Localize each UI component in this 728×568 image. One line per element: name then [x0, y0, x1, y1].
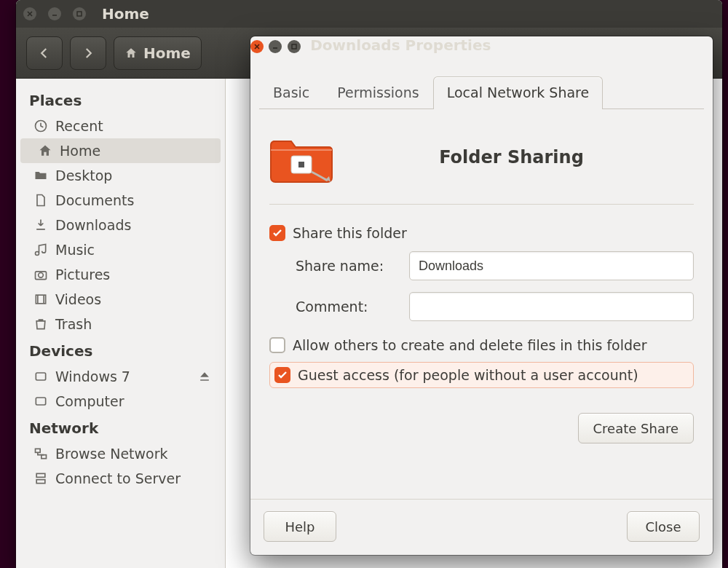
share-name-label: Share name:	[296, 258, 397, 274]
sidebar-item-windows7[interactable]: Windows 7	[16, 364, 225, 389]
music-icon	[33, 242, 48, 257]
comment-input[interactable]	[409, 292, 694, 321]
share-panel: Folder Sharing Share this folder Share n…	[250, 109, 713, 499]
back-button[interactable]	[26, 36, 63, 70]
server-icon	[33, 471, 48, 486]
maximize-icon[interactable]	[288, 40, 301, 53]
panel-heading: Folder Sharing	[358, 147, 694, 167]
comment-label: Comment:	[296, 299, 397, 315]
close-button[interactable]: Close	[627, 511, 700, 542]
share-this-folder-label: Share this folder	[293, 225, 407, 241]
svg-rect-5	[36, 373, 45, 380]
home-icon	[38, 143, 52, 158]
sidebar-item-trash[interactable]: Trash	[16, 312, 225, 336]
sidebar-item-browse-network[interactable]: Browse Network	[16, 441, 225, 466]
home-icon	[124, 47, 138, 60]
folder-share-icon	[269, 128, 335, 186]
sidebar-item-music[interactable]: Music	[16, 237, 225, 262]
share-this-folder-row[interactable]: Share this folder	[269, 221, 694, 245]
path-home-label: Home	[143, 44, 191, 62]
download-icon	[33, 218, 48, 232]
tab-permissions[interactable]: Permissions	[323, 76, 432, 109]
svg-rect-13	[298, 162, 304, 167]
window-titlebar: Home	[16, 0, 722, 28]
checkbox-icon[interactable]	[274, 367, 290, 383]
sidebar: Places Recent Home Desktop Documents Dow…	[16, 79, 226, 568]
sidebar-item-computer[interactable]: Computer	[16, 389, 225, 414]
drive-icon	[33, 369, 48, 384]
tab-bar: Basic Permissions Local Network Share	[250, 67, 713, 109]
checkbox-icon[interactable]	[269, 225, 285, 241]
path-home-button[interactable]: Home	[114, 36, 202, 70]
svg-rect-10	[36, 480, 45, 484]
svg-rect-6	[36, 398, 45, 405]
comment-row: Comment:	[269, 286, 694, 327]
tab-local-network-share[interactable]: Local Network Share	[433, 76, 603, 109]
sidebar-item-recent[interactable]: Recent	[16, 114, 225, 138]
svg-rect-7	[36, 449, 41, 452]
sidebar-item-videos[interactable]: Videos	[16, 287, 225, 312]
sidebar-heading-network: Network	[16, 414, 225, 441]
guest-access-label: Guest access (for people without a user …	[298, 367, 638, 383]
sidebar-item-connect-server[interactable]: Connect to Server	[16, 466, 225, 491]
allow-others-row[interactable]: Allow others to create and delete files …	[269, 333, 694, 358]
svg-rect-11	[292, 44, 296, 49]
close-icon[interactable]	[23, 7, 36, 20]
minimize-icon[interactable]	[48, 7, 61, 20]
camera-icon	[33, 267, 48, 282]
sidebar-item-downloads[interactable]: Downloads	[16, 213, 225, 237]
trash-icon	[33, 317, 48, 331]
sidebar-item-documents[interactable]: Documents	[16, 188, 225, 213]
sidebar-item-home[interactable]: Home	[20, 138, 221, 163]
clock-icon	[33, 119, 48, 133]
checkbox-icon[interactable]	[269, 337, 285, 353]
maximize-icon[interactable]	[73, 7, 86, 20]
close-icon[interactable]	[250, 40, 264, 53]
sidebar-heading-devices: Devices	[16, 336, 225, 364]
forward-button[interactable]	[70, 36, 106, 70]
properties-dialog: Downloads Properties Basic Permissions L…	[250, 36, 713, 555]
create-share-button[interactable]: Create Share	[578, 413, 694, 443]
allow-others-label: Allow others to create and delete files …	[293, 337, 647, 353]
window-title: Home	[102, 5, 149, 23]
document-icon	[33, 193, 48, 208]
svg-rect-9	[36, 473, 45, 477]
svg-point-3	[39, 273, 44, 278]
eject-icon[interactable]	[197, 369, 212, 384]
film-icon	[33, 292, 48, 307]
svg-rect-0	[77, 12, 82, 16]
guest-access-row[interactable]: Guest access (for people without a user …	[269, 362, 694, 388]
dialog-title: Downloads Properties	[310, 36, 491, 54]
sidebar-heading-places: Places	[16, 86, 225, 114]
sidebar-item-pictures[interactable]: Pictures	[16, 262, 225, 287]
minimize-icon[interactable]	[269, 40, 282, 53]
network-icon	[33, 446, 48, 461]
share-name-row: Share name:	[269, 245, 694, 286]
tab-basic[interactable]: Basic	[259, 76, 323, 109]
dialog-action-bar: Help Close	[250, 499, 713, 555]
help-button[interactable]: Help	[264, 511, 336, 542]
drive-icon	[33, 394, 48, 409]
sidebar-item-desktop[interactable]: Desktop	[16, 163, 225, 188]
folder-icon	[33, 168, 48, 183]
share-name-input[interactable]	[409, 251, 694, 280]
dialog-titlebar: Downloads Properties	[250, 36, 713, 67]
